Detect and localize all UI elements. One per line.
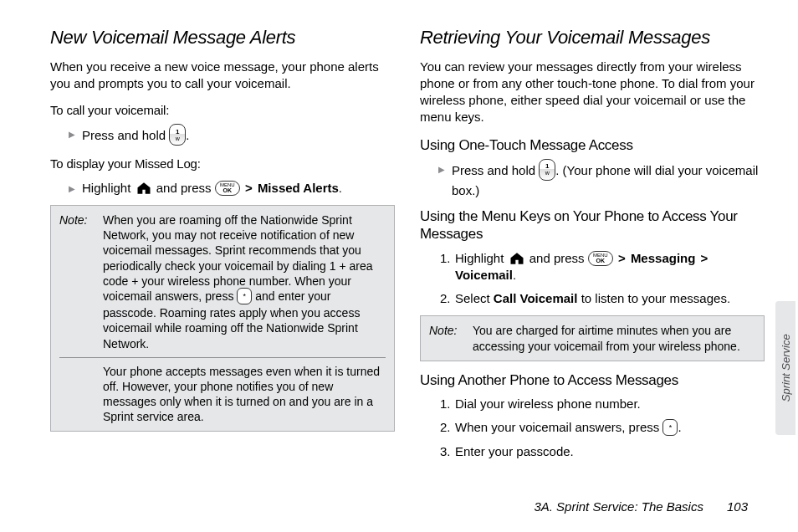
right-intro: You can review your messages directly fr… [420, 59, 765, 126]
note-row: Note: You are charged for airtime minute… [421, 323, 764, 353]
note-text: When you are roaming off the Nationwide … [103, 212, 386, 351]
subhead-another-phone: Using Another Phone to Access Messages [420, 371, 765, 389]
home-icon [508, 251, 526, 266]
triangle-bullet-icon: ▶ [69, 183, 75, 195]
text: to listen to your messages. [577, 291, 730, 305]
text: When your voicemail answers, press [455, 420, 662, 434]
bullet-highlight: ▶ Highlight and press MENUOK > Missed Al… [69, 180, 395, 197]
text: Press and hold [82, 128, 169, 142]
text: . [339, 181, 342, 195]
text: Select [455, 291, 494, 305]
page-content: New Voicemail Message Alerts When you re… [0, 0, 798, 477]
menu-ok-key-icon: MENUOK [215, 181, 240, 196]
star-glyph: * [243, 293, 247, 300]
bullet-text: Press and hold 1w. [82, 125, 189, 147]
bullet-press-hold: ▶ Press and hold 1w. [69, 125, 395, 147]
call-voicemail-label: Call Voicemail [494, 291, 578, 305]
one-key-icon: 1w [169, 124, 186, 146]
left-column: New Voicemail Message Alerts When you re… [50, 25, 395, 468]
text: . [513, 268, 516, 282]
bullet-text: Highlight and press MENUOK > Missed Aler… [82, 180, 342, 197]
note-text: You are charged for airtime minutes when… [473, 323, 755, 353]
step-1: Highlight and press MENUOK > Messaging >… [440, 250, 765, 284]
star-key-icon: * [662, 419, 678, 436]
subhead-menukeys: Using the Menu Keys on Your Phone to Acc… [420, 207, 765, 243]
star-glyph: * [669, 424, 673, 432]
note-label: Note: [429, 323, 473, 353]
key-bottom: w [545, 170, 550, 176]
one-key-icon: 1w [539, 159, 555, 181]
page-number: 103 [727, 499, 748, 515]
key-top: 1 [545, 163, 549, 170]
text: and press [529, 251, 588, 265]
note-label-empty [59, 364, 103, 425]
steps-another-phone: Dial your wireless phone number. When yo… [440, 396, 765, 461]
separator: > [701, 251, 708, 265]
triangle-bullet-icon: ▶ [69, 129, 75, 141]
bullet-onetouch: ▶ Press and hold 1w. (Your phone will di… [438, 161, 765, 199]
page-footer: 3A. Sprint Service: The Basics 103 [534, 499, 748, 515]
home-icon [135, 181, 153, 196]
star-key-icon: * [237, 288, 252, 304]
left-subhead-call: To call your voicemail: [50, 102, 395, 119]
voicemail-label: Voicemail [455, 268, 513, 282]
note-text: Your phone accepts messages even when it… [103, 364, 386, 425]
note-row-1: Note: When you are roaming off the Natio… [51, 212, 394, 351]
text: and press [156, 181, 215, 195]
step-3: Enter your passcode. [440, 443, 765, 460]
key-bottom: OK [223, 187, 233, 193]
key-top: 1 [176, 129, 179, 136]
footer-section: 3A. Sprint Service: The Basics [534, 499, 703, 515]
text: Highlight [82, 181, 135, 195]
side-tab: Sprint Service [775, 301, 795, 435]
note-box-right: Note: You are charged for airtime minute… [420, 315, 765, 361]
step-1: Dial your wireless phone number. [440, 396, 765, 412]
bullet-text: Press and hold 1w. (Your phone will dial… [452, 161, 765, 199]
key-bottom: OK [596, 258, 606, 263]
left-intro: When you receive a new voice message, yo… [50, 59, 395, 93]
steps-menukeys: Highlight and press MENUOK > Messaging >… [440, 250, 765, 308]
key-bottom: w [176, 136, 180, 141]
right-heading: Retrieving Your Voicemail Messages [420, 25, 765, 50]
messaging-label: Messaging [631, 251, 696, 265]
left-subhead-missed: To display your Missed Log: [50, 156, 395, 172]
step-2: When your voicemail answers, press *. [440, 419, 765, 437]
right-column: Retrieving Your Voicemail Messages You c… [420, 25, 765, 468]
missed-alerts-label: Missed Alerts [258, 181, 339, 195]
step-2: Select Call Voicemail to listen to your … [440, 290, 765, 307]
note-box: Note: When you are roaming off the Natio… [50, 205, 395, 432]
note-row-2: Your phone accepts messages even when it… [51, 364, 394, 425]
text: Press and hold [452, 163, 539, 177]
text: . [678, 420, 681, 434]
triangle-bullet-icon: ▶ [438, 164, 445, 176]
subhead-onetouch: Using One-Touch Message Access [420, 136, 765, 154]
separator: > [245, 181, 253, 195]
menu-ok-key-icon: MENUOK [588, 251, 613, 266]
text: Highlight [455, 251, 508, 265]
note-divider [59, 357, 386, 358]
separator: > [618, 251, 626, 265]
text: . [186, 128, 189, 142]
left-heading: New Voicemail Message Alerts [50, 25, 395, 50]
side-tab-label: Sprint Service [778, 335, 793, 402]
note-label: Note: [59, 212, 103, 351]
